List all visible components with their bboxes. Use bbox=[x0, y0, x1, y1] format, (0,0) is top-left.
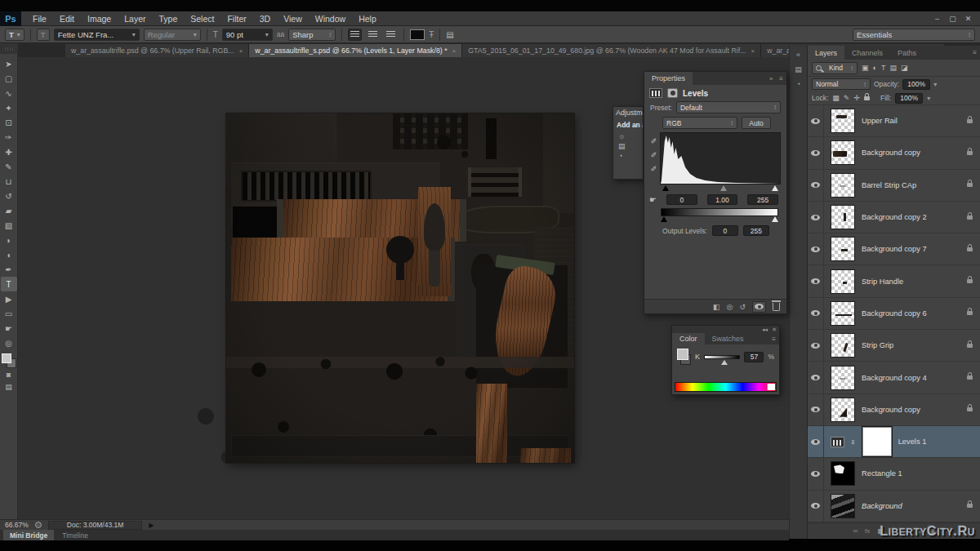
fill-input[interactable]: 100% bbox=[895, 93, 923, 104]
foreground-color-swatch[interactable] bbox=[677, 349, 688, 360]
brush-tool[interactable]: ✎ bbox=[1, 159, 17, 174]
visibility-toggle[interactable] bbox=[808, 330, 824, 361]
layer-thumbnail[interactable] bbox=[831, 366, 855, 390]
blur-tool[interactable]: ◗ bbox=[1, 233, 17, 247]
menu-file[interactable]: File bbox=[26, 14, 53, 24]
rectangular-marquee-tool[interactable]: ▢ bbox=[1, 71, 17, 86]
collapsed-panel-icon[interactable]: ◔ bbox=[796, 80, 800, 88]
layer-row[interactable]: Upper Rail bbox=[808, 105, 980, 137]
zoom-tool[interactable]: ◎ bbox=[1, 335, 17, 350]
dropdown-arrow-icon[interactable]: ▾ bbox=[927, 95, 930, 102]
layer-thumbnail[interactable] bbox=[831, 140, 855, 165]
layer-thumbnail[interactable] bbox=[862, 427, 892, 456]
previous-state-icon[interactable]: ◎ bbox=[727, 303, 733, 311]
document-tab[interactable]: GTA5_2015_06_01_17_10_49_680.jpg @ 66.7%… bbox=[462, 44, 761, 57]
output-levels-slider[interactable] bbox=[661, 216, 778, 224]
hand-tool[interactable]: ☛ bbox=[1, 321, 17, 335]
panel-menu-icon[interactable]: ≡ bbox=[776, 72, 786, 85]
layer-thumbnail[interactable] bbox=[831, 461, 855, 486]
output-high-input[interactable]: 255 bbox=[743, 225, 769, 236]
k-value-input[interactable]: 57 bbox=[744, 352, 764, 362]
visibility-toggle[interactable] bbox=[808, 362, 824, 393]
expand-dock-icon[interactable]: « bbox=[796, 51, 800, 59]
font-family-combo[interactable]: Fette UNZ Fra...▾ bbox=[54, 29, 140, 41]
menu-type[interactable]: Type bbox=[152, 14, 184, 24]
clone-stamp-tool[interactable]: ⊔ bbox=[1, 174, 17, 189]
status-menu-arrow-icon[interactable]: ▶ bbox=[149, 522, 154, 529]
layers-footer-icon[interactable]: ∞ bbox=[853, 527, 858, 535]
menu-window[interactable]: Window bbox=[309, 14, 352, 24]
shadow-input[interactable]: 0 bbox=[666, 194, 697, 205]
preset-combo[interactable]: Default↕ bbox=[676, 101, 781, 113]
zoom-level[interactable]: 66.67% bbox=[5, 521, 29, 529]
layer-row[interactable]: Strip Grip bbox=[808, 330, 980, 362]
midtone-slider-handle[interactable] bbox=[720, 185, 727, 191]
tab-paths[interactable]: Paths bbox=[890, 46, 924, 60]
visibility-toggle[interactable] bbox=[808, 491, 824, 522]
layer-name[interactable]: Background copy 2 bbox=[862, 213, 927, 221]
font-size-combo[interactable]: 90 pt▾ bbox=[222, 29, 273, 41]
path-selection-tool[interactable]: ▶ bbox=[1, 291, 17, 306]
gray-point-eyedropper-icon[interactable]: ✐ bbox=[651, 151, 657, 159]
layer-name[interactable]: Strip Grip bbox=[862, 341, 893, 349]
filter-smart-objects-icon[interactable]: ◪ bbox=[901, 64, 908, 72]
collapsed-panel-icon[interactable]: ▤ bbox=[795, 65, 802, 73]
layer-name[interactable]: Barrel Strip CAp bbox=[862, 181, 916, 189]
spot-healing-brush-tool[interactable]: ✚ bbox=[1, 144, 17, 159]
gradient-tool[interactable]: ▧ bbox=[1, 218, 17, 233]
layer-row[interactable]: Background copy 2 bbox=[808, 202, 980, 233]
layer-thumbnail[interactable] bbox=[831, 205, 855, 229]
mask-icon[interactable] bbox=[667, 88, 678, 98]
rectangle-tool[interactable]: ▭ bbox=[1, 306, 17, 321]
layer-thumbnail[interactable] bbox=[831, 269, 855, 294]
history-brush-tool[interactable]: ↺ bbox=[1, 189, 17, 203]
filter-type-layers-icon[interactable]: T bbox=[881, 64, 886, 72]
tab-color[interactable]: Color bbox=[672, 333, 705, 344]
menu-view[interactable]: View bbox=[277, 14, 309, 24]
panel-menu-icon[interactable]: ≡ bbox=[768, 333, 779, 344]
document-size-info[interactable]: Doc: 3.00M/43.1M bbox=[48, 521, 142, 530]
visibility-toggle[interactable] bbox=[808, 265, 824, 296]
visibility-toggle[interactable] bbox=[808, 426, 824, 457]
layer-thumbnail[interactable] bbox=[831, 333, 855, 358]
layer-row[interactable]: ∞ Levels 1 bbox=[808, 426, 980, 458]
dodge-tool[interactable]: ◖ bbox=[1, 247, 17, 262]
auto-button[interactable]: Auto bbox=[742, 117, 771, 129]
tab-mini-bridge[interactable]: Mini Bridge bbox=[3, 530, 54, 540]
quick-selection-tool[interactable]: ✦ bbox=[1, 100, 17, 115]
layer-row[interactable]: Rectangle 1 bbox=[808, 458, 980, 490]
layer-row[interactable]: Barrel Strip CAp bbox=[808, 170, 980, 202]
layer-thumbnail[interactable] bbox=[831, 398, 855, 422]
text-orientation-button[interactable]: T bbox=[37, 29, 50, 41]
maximize-icon[interactable]: ▢ bbox=[946, 13, 960, 24]
anti-alias-combo[interactable]: Sharp↕ bbox=[288, 29, 336, 41]
minimize-icon[interactable]: – bbox=[930, 13, 944, 24]
menu-layer[interactable]: Layer bbox=[118, 14, 152, 24]
menu-image[interactable]: Image bbox=[81, 14, 118, 24]
layer-row[interactable]: Background copy 4 bbox=[808, 362, 980, 393]
close-panel-icon[interactable]: ✕ bbox=[772, 327, 777, 333]
eraser-tool[interactable]: ▰ bbox=[1, 203, 17, 218]
visibility-toggle[interactable] bbox=[808, 170, 824, 201]
output-low-input[interactable]: 0 bbox=[712, 225, 738, 236]
visibility-toggle[interactable] bbox=[808, 394, 824, 425]
layers-footer-icon[interactable]: fx bbox=[865, 527, 870, 535]
foreground-color-swatch[interactable] bbox=[2, 353, 11, 363]
lock-all-icon[interactable] bbox=[864, 96, 870, 100]
layer-thumbnail[interactable] bbox=[831, 173, 855, 198]
workspace-switcher[interactable]: Essentials↕ bbox=[853, 29, 975, 41]
document-tab[interactable]: w_ar_assaultrifle.psd @ 66.7% (Upper Rai… bbox=[65, 44, 249, 57]
tab-layers[interactable]: Layers bbox=[808, 46, 844, 60]
visibility-toggle[interactable] bbox=[808, 298, 824, 329]
visibility-toggle[interactable] bbox=[808, 458, 824, 489]
layer-name[interactable]: Background copy bbox=[862, 149, 920, 157]
align-center-button[interactable] bbox=[366, 29, 380, 41]
foreground-background-swatches[interactable] bbox=[2, 353, 16, 368]
quick-mask-button[interactable]: ◙ bbox=[1, 368, 17, 380]
tab-timeline[interactable]: Timeline bbox=[56, 530, 95, 540]
menu-filter[interactable]: Filter bbox=[220, 14, 252, 24]
tool-preset-picker[interactable]: T▾ bbox=[5, 29, 24, 41]
close-tab-icon[interactable]: × bbox=[452, 47, 457, 55]
tab-swatches[interactable]: Swatches bbox=[705, 333, 751, 344]
lock-transparency-icon[interactable]: ▦ bbox=[832, 94, 840, 102]
